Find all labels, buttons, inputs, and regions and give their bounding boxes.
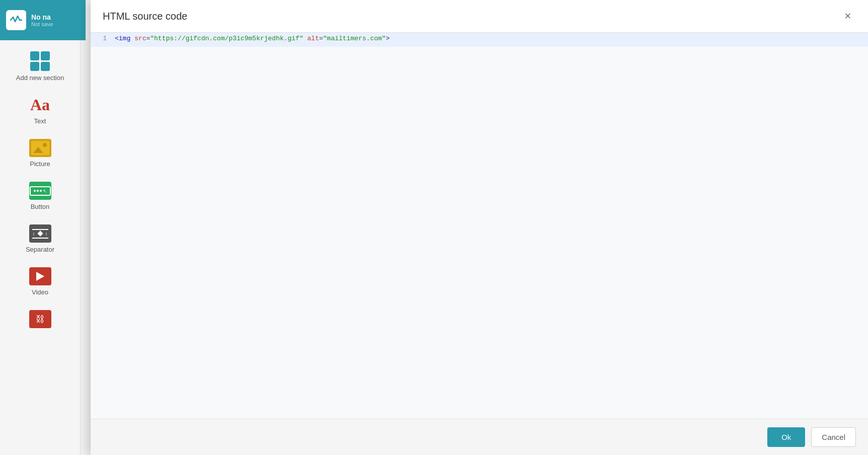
button-icon: ↖ [29,182,51,200]
code-tag-open: <img [115,35,130,42]
sidebar-item-link[interactable]: ⛓ [5,304,76,334]
sidebar-item-label-separator: Separator [26,246,54,253]
code-attr-src: src [134,35,146,42]
sidebar-item-label-picture: Picture [30,160,50,168]
sidebar-item-label-text: Text [34,117,46,125]
app-subtitle: Not save [31,21,53,27]
separator-icon: ↕ ↕ [29,224,51,243]
sidebar-item-separator[interactable]: ↕ ↕ Separator [5,218,76,259]
modal-header: HTML source code × [91,0,868,33]
sidebar-item-label-video: Video [32,288,48,296]
app-title: No na [31,13,53,21]
chain-icon: ⛓ [29,310,51,328]
modal-title: HTML source code [103,11,187,22]
sidebar-item-button[interactable]: ↖ Button [5,176,76,216]
line-content-1: <img src="https://gifcdn.com/p3ic9m5krje… [111,33,868,44]
code-value-src: "https://gifcdn.com/p3ic9m5krjedhk.gif" [150,35,303,42]
text-icon: Aa [30,96,50,114]
line-number-1: 1 [91,33,111,44]
sidebar-item-add-new-section[interactable]: Add new section [5,45,76,88]
grid-icon [30,51,50,71]
sidebar-item-label-button: Button [31,203,50,210]
code-attr-alt: alt [307,35,319,42]
sidebar-item-label-add-new-section: Add new section [16,74,64,82]
code-tag-close: > [386,35,390,42]
cancel-button[interactable]: Cancel [811,427,856,447]
top-bar: No na Not save [0,0,86,40]
modal-footer: Ok Cancel [91,419,868,455]
app-info: No na Not save [31,13,53,27]
video-icon [29,267,51,285]
picture-icon [29,139,51,157]
code-value-alt: "mailtimers.com" [323,35,386,42]
sidebar: Add new section Aa Text Picture ↖ [0,40,81,455]
sidebar-item-picture[interactable]: Picture [5,133,76,174]
code-editor[interactable]: 1 <img src="https://gifcdn.com/p3ic9m5kr… [91,33,868,419]
code-line-1: 1 <img src="https://gifcdn.com/p3ic9m5kr… [91,33,868,47]
activity-icon [10,14,23,27]
ok-button[interactable]: Ok [767,427,805,447]
app-logo [6,10,26,30]
html-source-modal: HTML source code × 1 <img src="https://g… [91,0,868,455]
modal-close-button[interactable]: × [840,8,856,24]
sidebar-item-video[interactable]: Video [5,261,76,302]
sidebar-item-text[interactable]: Aa Text [5,90,76,131]
